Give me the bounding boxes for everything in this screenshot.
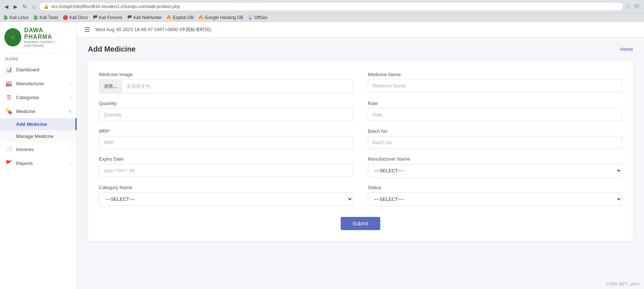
profile-button[interactable]: 🛡 (633, 3, 641, 10)
rate-input[interactable] (368, 108, 622, 121)
browser-chrome: ◀ ▶ ↻ ⌂ 🔒 eci-2zeayli1t9q4f8vc9t34.cloud… (0, 0, 644, 14)
status-select[interactable]: ~~SELECT~~ (368, 192, 622, 206)
topbar: ☰ Wed Aug 30 2023 18:46:47 GMT+0800 (中国标… (77, 22, 644, 38)
bookmark-kali-nethunter[interactable]: 🏴 Kali NetHunter (127, 15, 162, 20)
file-input-inner: 浏览... 未选择文件。 (99, 80, 353, 93)
manufacturer-chevron-icon: › (70, 81, 71, 86)
quantity-input[interactable] (99, 108, 353, 121)
watermark: CSDN @PT_silver (606, 282, 640, 286)
submit-button[interactable]: Submit (341, 217, 380, 230)
sidebar-item-dashboard-left: 📊 Dashboard (5, 66, 40, 73)
logo-icon: 🌿 (4, 28, 21, 46)
sidebar-item-reports-label: Reports (16, 161, 33, 166)
quantity-group: Quantity (99, 101, 353, 121)
medicine-name-label: Medicine Name (368, 72, 622, 77)
bookmark-exploit-db[interactable]: 🔥 Exploit-DB (166, 15, 194, 20)
sidebar-item-categories-left: ☰ Categories (5, 94, 39, 101)
bookmark-kali-docs[interactable]: 🔴 Kali Docs (63, 15, 88, 20)
rate-label: Rate (368, 101, 622, 106)
medicine-chevron-icon: ∨ (69, 109, 71, 114)
sidebar-item-reports-left: 🚩 Reports (5, 160, 33, 166)
status-label: Status (368, 185, 622, 190)
sidebar-logo: 🌿 DAWA PHARMA PHARMA AGENCY SOFTWARE (0, 22, 77, 53)
address-bar[interactable]: 🔒 eci-2zeayli1t9q4f8vc9t34.cloudeci1.ich… (39, 2, 623, 11)
app-body: 🌿 DAWA PHARMA PHARMA AGENCY SOFTWARE HOM… (0, 22, 644, 289)
category-name-group: Category Name ~~SELECT~~ (99, 185, 353, 206)
bookmark-star-button[interactable]: ☆ (626, 3, 631, 10)
file-name-display: 未选择文件。 (122, 80, 353, 93)
bookmark-kali-tools[interactable]: 🐉 Kali Tools (33, 15, 58, 20)
mrp-group: MRP (99, 128, 353, 149)
forward-button[interactable]: ▶ (12, 3, 19, 10)
breadcrumb-home-link[interactable]: Home (620, 46, 633, 52)
sidebar-item-reports[interactable]: 🚩 Reports › (0, 156, 77, 170)
form-card: Medicine Image: 浏览... 未选择文件。 Medicine Na… (88, 61, 633, 241)
medicine-name-group: Medicine Name (368, 72, 622, 93)
medicine-submenu: Add Medicine Manage Medicine (0, 118, 77, 142)
quantity-label: Quantity (99, 101, 353, 106)
bookmark-offsec[interactable]: 📡 OffSec (248, 15, 267, 20)
invoices-icon: 📄 (5, 146, 12, 153)
medicine-image-label: Medicine Image: (99, 72, 353, 77)
sidebar-item-categories[interactable]: ☰ Categories › (0, 90, 77, 104)
sidebar-item-medicine-label: Medicine (16, 109, 35, 114)
category-name-select[interactable]: ~~SELECT~~ (99, 192, 353, 206)
reports-chevron-icon: › (70, 161, 71, 165)
categories-chevron-icon: › (70, 95, 71, 100)
sidebar-item-dashboard-label: Dashboard (16, 67, 40, 72)
logo-text: DAWA PHARMA PHARMA AGENCY SOFTWARE (24, 27, 72, 48)
categories-icon: ☰ (5, 94, 12, 101)
sidebar-item-manufacturer[interactable]: 🏭 Manufacturer › (0, 76, 77, 90)
expiry-date-input[interactable] (99, 164, 353, 177)
logo-title: DAWA PHARMA (24, 27, 72, 40)
bookmark-kali-forums[interactable]: 🏴 Kali Forums (92, 15, 122, 20)
submit-row: Submit (99, 217, 622, 230)
manufacturer-name-label: Manufacturer Name (368, 156, 622, 162)
sidebar-item-invoices-label: Invoices (16, 147, 34, 152)
batch-no-label: Batch No (368, 128, 622, 134)
topbar-datetime: Wed Aug 30 2023 18:46:47 GMT+0800 (中国标准时… (95, 26, 211, 33)
main-content: Add Medicine Home Medicine Image: 浏览... … (77, 38, 644, 289)
reports-icon: 🚩 (5, 160, 12, 166)
rate-group: Rate (368, 101, 622, 121)
home-button[interactable]: ⌂ (31, 3, 37, 10)
mrp-input[interactable] (99, 136, 353, 149)
url-text: eci-2zeayli1t9q4f8vc9t34.cloudeci1.ichun… (51, 4, 180, 9)
sidebar-section-label: HOME (0, 53, 77, 63)
topbar-left: ☰ Wed Aug 30 2023 18:46:47 GMT+0800 (中国标… (84, 26, 211, 34)
file-input-wrapper: 浏览... 未选择文件。 (99, 79, 353, 93)
medicine-name-input[interactable] (368, 79, 622, 92)
manufacturer-icon: 🏭 (5, 80, 12, 87)
batch-no-group: Batch No (368, 128, 622, 149)
sidebar-item-categories-label: Categories (16, 95, 39, 100)
logo-subtitle: PHARMA AGENCY SOFTWARE (24, 40, 72, 48)
page-header: Add Medicine Home (88, 45, 633, 53)
sidebar-item-invoices[interactable]: 📄 Invoices › (0, 142, 77, 156)
bookmark-kali-linux[interactable]: 🐉 Kali Linux (3, 15, 29, 20)
expiry-date-label: Expiry Date (99, 156, 353, 162)
batch-no-input[interactable] (368, 136, 622, 149)
security-icon: 🔒 (44, 4, 49, 9)
manufacturer-name-select[interactable]: ~~SELECT~~ (368, 164, 622, 177)
back-button[interactable]: ◀ (3, 3, 10, 10)
sidebar-item-invoices-left: 📄 Invoices (5, 146, 34, 153)
mrp-label: MRP (99, 128, 353, 134)
file-browse-button[interactable]: 浏览... (99, 80, 122, 93)
sidebar-item-manage-medicine[interactable]: Manage Medicine (0, 130, 77, 142)
dashboard-icon: 📊 (5, 66, 12, 73)
bookmark-google-hacking-db[interactable]: 🔥 Google Hacking DB (198, 15, 243, 20)
sidebar-item-medicine-left: 💊 Medicine (5, 108, 35, 115)
sidebar-item-add-medicine[interactable]: Add Medicine (0, 118, 77, 130)
medicine-image-group: Medicine Image: 浏览... 未选择文件。 (99, 72, 353, 93)
invoices-chevron-icon: › (70, 147, 71, 151)
page-title: Add Medicine (88, 45, 136, 53)
bookmarks-bar: 🐉 Kali Linux 🐉 Kali Tools 🔴 Kali Docs 🏴 … (0, 14, 644, 22)
refresh-button[interactable]: ↻ (21, 3, 29, 10)
form-grid: Medicine Image: 浏览... 未选择文件。 Medicine Na… (99, 72, 622, 206)
hamburger-button[interactable]: ☰ (84, 26, 90, 34)
sidebar-item-medicine[interactable]: 💊 Medicine ∨ (0, 104, 77, 118)
status-group: Status ~~SELECT~~ (368, 185, 622, 206)
sidebar-item-dashboard[interactable]: 📊 Dashboard (0, 63, 77, 76)
manufacturer-name-group: Manufacturer Name ~~SELECT~~ (368, 156, 622, 177)
sidebar: 🌿 DAWA PHARMA PHARMA AGENCY SOFTWARE HOM… (0, 22, 77, 289)
